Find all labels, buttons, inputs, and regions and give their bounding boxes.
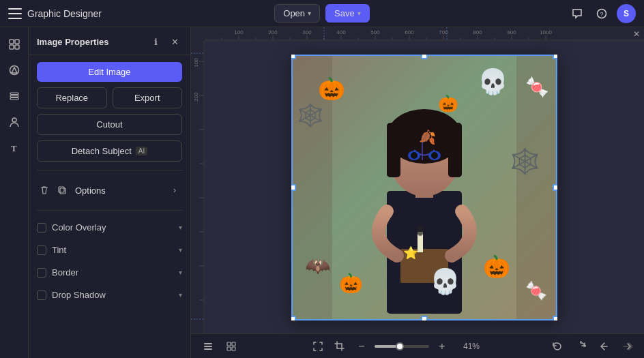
svg-point-72	[411, 152, 418, 159]
export-button[interactable]: Export	[113, 87, 183, 108]
zoom-in-button[interactable]: +	[433, 338, 451, 355]
props-header: Image Properties ℹ ✕	[29, 27, 190, 55]
drop-shadow-label: Drop Shadow	[52, 290, 173, 300]
fit-button[interactable]	[309, 338, 327, 355]
svg-rect-82	[227, 347, 231, 350]
svg-rect-61	[291, 55, 332, 320]
svg-text:200: 200	[268, 29, 278, 35]
save-chevron-icon: ▾	[357, 10, 361, 17]
zoom-slider-fill	[375, 345, 397, 348]
options-label: Options	[75, 185, 162, 196]
drop-shadow-row[interactable]: Drop Shadow ▾	[37, 286, 182, 303]
vertical-ruler: 100 200	[191, 41, 205, 333]
border-row[interactable]: Border ▾	[37, 264, 182, 281]
canvas-close-button[interactable]: ✕	[630, 28, 643, 40]
cutout-button[interactable]: Cutout	[37, 114, 182, 135]
color-overlay-label: Color Overlay	[52, 222, 173, 233]
topbar-left: Graphic Designer	[8, 8, 266, 19]
tint-row[interactable]: Tint ▾	[37, 241, 182, 258]
svg-rect-77	[204, 343, 212, 344]
svg-text:?: ?	[600, 11, 604, 18]
canvas-area: ✕ // ticks drawn inline via JS below 100…	[191, 27, 644, 358]
options-row: Options ›	[37, 179, 182, 202]
svg-rect-83	[232, 347, 235, 350]
svg-rect-4	[10, 45, 14, 49]
color-overlay-chevron-icon: ▾	[179, 224, 182, 231]
props-body: Edit Image Replace Export Cutout Detach …	[29, 55, 190, 310]
hamburger-menu-icon[interactable]	[8, 8, 22, 19]
left-sidebar: T	[0, 27, 29, 358]
bottom-bar: − + 41%	[191, 333, 644, 358]
color-overlay-row[interactable]: Color Overlay ▾	[37, 219, 182, 236]
svg-text:800: 800	[473, 29, 482, 35]
redo-button[interactable]	[572, 338, 589, 355]
svg-text:200: 200	[193, 92, 199, 102]
crop-button[interactable]	[331, 338, 349, 355]
replace-button[interactable]: Replace	[37, 87, 107, 108]
close-panel-button[interactable]: ✕	[167, 34, 182, 49]
history-back-button[interactable]	[595, 338, 613, 355]
drop-shadow-chevron-icon: ▾	[179, 291, 182, 299]
design-canvas[interactable]: 🎃💀🍬🎃🕸️🦇🎃💀🎃🍬🕸️🍂⭐	[291, 55, 557, 320]
main-area: T Image Properties ℹ ✕ Edit Image Replac…	[0, 27, 644, 358]
sidebar-item-text[interactable]: T	[3, 136, 26, 160]
detach-subject-button[interactable]: Detach Subject AI	[37, 140, 182, 162]
history-forward-button[interactable]	[618, 338, 636, 355]
zoom-slider-thumb[interactable]	[396, 342, 404, 350]
ai-badge: AI	[136, 147, 147, 155]
edit-image-button[interactable]: Edit Image	[37, 62, 182, 82]
svg-rect-68	[448, 123, 462, 177]
app-title: Graphic Designer	[27, 8, 102, 19]
topbar-right: ? S	[378, 4, 636, 23]
sidebar-item-elements[interactable]	[3, 33, 26, 56]
sidebar-item-layers[interactable]	[3, 85, 26, 108]
chat-button[interactable]	[568, 4, 587, 23]
props-panel: Image Properties ℹ ✕ Edit Image Replace …	[29, 27, 191, 358]
svg-text:400: 400	[336, 29, 346, 35]
canvas-viewport[interactable]: 🎃💀🍬🎃🕸️🦇🎃💀🎃🍬🕸️🍂⭐	[205, 41, 644, 333]
svg-text:300: 300	[302, 29, 312, 35]
replace-export-row: Replace Export	[37, 87, 182, 108]
layers-panel-button[interactable]	[199, 338, 217, 355]
tint-checkbox[interactable]	[37, 245, 46, 255]
svg-text:600: 600	[405, 29, 414, 35]
tint-chevron-icon: ▾	[179, 246, 182, 254]
svg-rect-7	[10, 93, 18, 95]
svg-rect-78	[204, 346, 212, 347]
props-title: Image Properties	[37, 37, 109, 47]
svg-rect-9	[10, 98, 18, 100]
zoom-out-button[interactable]: −	[353, 338, 370, 355]
sidebar-item-shapes[interactable]	[3, 59, 26, 82]
border-checkbox[interactable]	[37, 268, 46, 278]
svg-rect-13	[59, 187, 64, 192]
grid-panel-button[interactable]	[222, 338, 240, 355]
help-button[interactable]: ?	[592, 4, 611, 23]
ruler-corner	[191, 27, 205, 41]
undo-button[interactable]	[548, 338, 566, 355]
delete-icon[interactable]	[37, 183, 52, 198]
border-label: Border	[52, 267, 173, 278]
svg-point-10	[12, 118, 16, 122]
user-avatar[interactable]: S	[617, 4, 636, 23]
canvas-content: 100 200	[191, 41, 644, 333]
zoom-slider[interactable]	[375, 345, 429, 348]
duplicate-icon[interactable]	[55, 183, 70, 198]
sidebar-item-people[interactable]	[3, 110, 26, 134]
open-button[interactable]: Open ▾	[274, 4, 320, 23]
options-chevron-icon[interactable]: ›	[167, 183, 182, 198]
svg-rect-3	[15, 40, 19, 44]
svg-text:100: 100	[234, 29, 244, 35]
drop-shadow-checkbox[interactable]	[37, 290, 46, 300]
props-header-icons: ℹ ✕	[148, 34, 182, 49]
color-overlay-checkbox[interactable]	[37, 223, 46, 233]
save-button[interactable]: Save ▾	[325, 4, 370, 23]
tint-label: Tint	[52, 245, 173, 255]
bottom-right	[548, 338, 636, 355]
svg-text:1000: 1000	[540, 29, 552, 35]
horizontal-ruler: ✕ // ticks drawn inline via JS below 100…	[205, 27, 644, 41]
divider2	[37, 210, 182, 211]
zoom-controls: − + 41%	[309, 338, 480, 355]
svg-text:500: 500	[370, 29, 380, 35]
svg-rect-8	[10, 95, 18, 98]
info-button[interactable]: ℹ	[148, 34, 163, 49]
